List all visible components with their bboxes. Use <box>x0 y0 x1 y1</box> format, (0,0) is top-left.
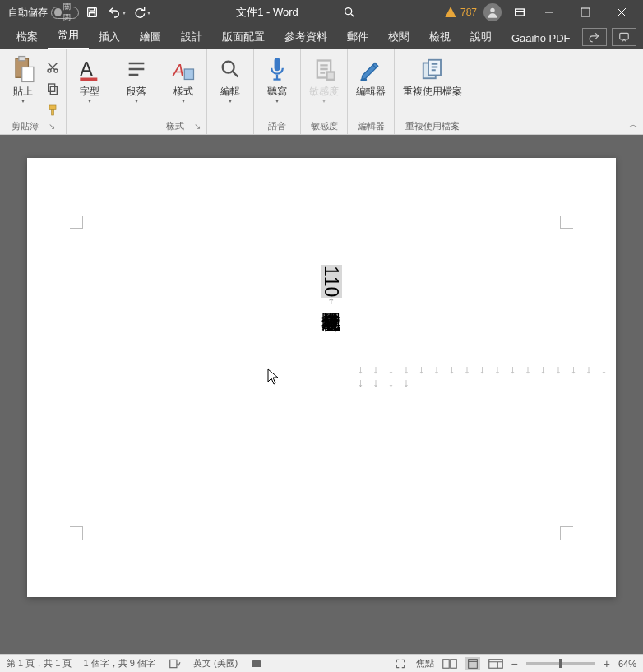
tab-view[interactable]: 檢視 <box>419 25 460 49</box>
editor-label: 編輯器 <box>356 86 386 97</box>
styles-label: 樣式 <box>173 86 193 97</box>
selected-text[interactable]: 110 <box>321 265 342 298</box>
collapse-ribbon-icon[interactable]: ︿ <box>629 118 638 131</box>
tab-draw[interactable]: 繪圖 <box>130 25 171 49</box>
cut-icon[interactable] <box>44 59 61 76</box>
comments-button[interactable] <box>612 28 636 46</box>
warning-badge[interactable]: 787 <box>444 6 477 19</box>
read-mode-icon[interactable] <box>442 657 457 670</box>
format-painter-icon[interactable] <box>44 102 61 118</box>
save-icon[interactable] <box>81 1 104 24</box>
focus-mode-icon[interactable] <box>393 657 408 670</box>
launcher-icon[interactable]: ↘ <box>194 122 201 131</box>
focus-label[interactable]: 焦點 <box>416 657 434 670</box>
document-area[interactable]: 110年社團成果發表會↵ ↓ ↓ ↓ ↓ ↓ ↓ ↓ ↓ ↓ ↓ ↓ ↓ ↓ ↓… <box>0 135 643 654</box>
toggle-off-icon: 關閉 <box>51 7 79 19</box>
reuse-group-label: 重複使用檔案 <box>405 120 460 132</box>
sensitivity-button[interactable]: 敏感度▾ <box>306 53 342 112</box>
editor-group-label: 編輯器 <box>358 120 385 132</box>
zoom-in-button[interactable]: + <box>604 657 610 670</box>
svg-rect-15 <box>49 105 56 109</box>
paragraph-label: 段落 <box>127 86 146 97</box>
search-icon[interactable] <box>338 1 361 24</box>
tab-references[interactable]: 參考資料 <box>275 25 337 49</box>
page-status[interactable]: 第 1 頁，共 1 頁 <box>7 657 72 670</box>
undo-icon[interactable]: ▾ <box>105 1 128 24</box>
autosave-toggle[interactable]: 自動儲存 關閉 <box>8 6 79 20</box>
svg-point-3 <box>345 8 351 15</box>
maximize-button[interactable] <box>567 0 604 25</box>
svg-rect-5 <box>516 9 525 16</box>
paragraph-button[interactable]: 段落▾ <box>118 53 155 112</box>
account-icon[interactable] <box>483 3 502 21</box>
svg-rect-30 <box>450 659 456 668</box>
zoom-percent[interactable]: 64% <box>618 659 636 669</box>
tab-home[interactable]: 常用 <box>48 23 89 49</box>
group-editing: 編輯▾ . <box>207 49 254 134</box>
paragraph-icon <box>122 54 151 84</box>
zoom-out-button[interactable]: − <box>511 657 518 670</box>
mouse-cursor-icon <box>267 368 279 385</box>
spellcheck-icon[interactable] <box>167 657 182 670</box>
find-icon <box>215 54 245 84</box>
slider-thumb[interactable] <box>559 659 562 668</box>
svg-rect-24 <box>327 72 335 80</box>
sensitivity-group-label: 敏感度 <box>311 120 338 132</box>
svg-text:A: A <box>80 58 93 80</box>
web-layout-icon[interactable] <box>488 657 503 670</box>
tab-gaaiho-pdf[interactable]: Gaaiho PDF <box>502 27 581 49</box>
editing-button[interactable]: 編輯▾ <box>212 53 248 112</box>
clipboard-group-label: 剪貼簿 <box>12 120 39 132</box>
svg-rect-16 <box>52 109 54 115</box>
reuse-files-button[interactable]: 重複使用檔案 <box>400 53 465 112</box>
language-status[interactable]: 英文 (美國) <box>193 657 238 670</box>
title-bar: 自動儲存 關閉 ▾ ▾ 文件1 - Word 787 <box>0 0 643 25</box>
paragraph-mark-icon: ↵ <box>326 298 337 306</box>
svg-rect-20 <box>184 69 193 80</box>
tab-marks: ↓ ↓ ↓ ↓ ↓ ↓ ↓ ↓ ↓ ↓ ↓ ↓ ↓ ↓ ↓ ↓ ↓ ↓ ↓ ↓ … <box>358 364 616 390</box>
accessibility-icon[interactable] <box>249 657 264 670</box>
svg-point-21 <box>223 62 234 73</box>
svg-rect-29 <box>442 659 449 668</box>
zoom-slider[interactable] <box>526 662 595 665</box>
print-layout-icon[interactable] <box>465 657 480 670</box>
editor-button[interactable]: 編輯器 <box>353 53 389 112</box>
tab-mailings[interactable]: 郵件 <box>337 25 378 49</box>
ribbon-display-icon[interactable] <box>508 1 531 24</box>
ribbon-tabs: 檔案 常用 插入 繪圖 設計 版面配置 參考資料 郵件 校閱 檢視 說明 Gaa… <box>0 25 643 49</box>
copy-icon[interactable] <box>44 81 61 97</box>
svg-rect-18 <box>80 78 97 81</box>
launcher-icon[interactable]: ↘ <box>49 122 55 131</box>
word-count[interactable]: 1 個字，共 9 個字 <box>83 657 155 670</box>
tab-design[interactable]: 設計 <box>171 25 212 49</box>
reuse-files-label: 重複使用檔案 <box>403 86 462 97</box>
svg-rect-14 <box>49 84 55 91</box>
tab-layout[interactable]: 版面配置 <box>212 25 275 49</box>
group-clipboard: 貼上▾ 剪貼簿↘ <box>0 49 67 134</box>
margin-corner <box>560 526 573 540</box>
svg-rect-13 <box>50 86 57 94</box>
group-sensitivity: 敏感度▾ 敏感度 <box>301 49 348 134</box>
font-button[interactable]: A 字型▾ <box>72 53 108 112</box>
margin-corner <box>560 216 573 229</box>
close-button[interactable] <box>604 0 640 25</box>
dictate-button[interactable]: 聽寫▾ <box>259 53 295 112</box>
document-page[interactable]: 110年社團成果發表會↵ ↓ ↓ ↓ ↓ ↓ ↓ ↓ ↓ ↓ ↓ ↓ ↓ ↓ ↓… <box>27 158 616 597</box>
tab-help[interactable]: 說明 <box>460 25 502 49</box>
share-button[interactable] <box>582 28 607 46</box>
margin-corner <box>70 526 83 540</box>
svg-point-4 <box>490 8 494 12</box>
minimize-button[interactable] <box>531 0 567 25</box>
redo-icon[interactable]: ▾ <box>130 1 153 24</box>
paste-button[interactable]: 貼上▾ <box>5 53 41 112</box>
group-editor: 編輯器 編輯器 <box>348 49 395 134</box>
editing-label: 編輯 <box>220 86 240 97</box>
document-text[interactable]: 110年社團成果發表會↵ <box>322 265 341 306</box>
svg-rect-9 <box>19 57 25 61</box>
sensitivity-label: 敏感度 <box>309 86 339 97</box>
tab-file[interactable]: 檔案 <box>7 25 48 49</box>
tab-insert[interactable]: 插入 <box>89 25 130 49</box>
tab-review[interactable]: 校閱 <box>378 25 419 49</box>
microphone-icon <box>262 54 292 84</box>
styles-button[interactable]: A 樣式▾ <box>165 53 201 112</box>
